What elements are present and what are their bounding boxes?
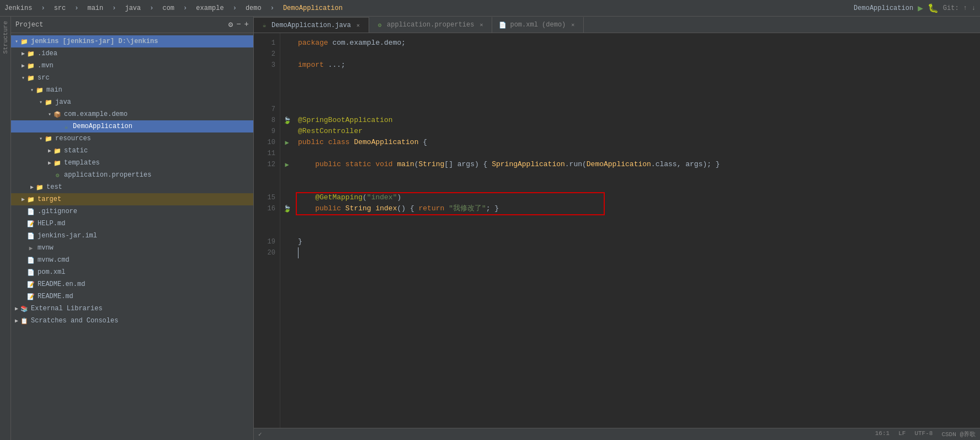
gutter-9 bbox=[280, 126, 294, 137]
sidebar-item-idea[interactable]: ▶ 📁 .idea bbox=[11, 47, 253, 60]
breadcrumb-demo[interactable]: demo bbox=[246, 4, 262, 12]
gutter-7 bbox=[280, 104, 294, 115]
sidebar-item-helpmd[interactable]: 📝 HELP.md bbox=[11, 218, 253, 230]
gutter-13 bbox=[280, 170, 294, 181]
tab-appprops-label: application.properties bbox=[387, 21, 474, 29]
mvnw-icon: ▶ bbox=[26, 243, 35, 252]
code-editor[interactable]: 1 2 3 7 8 9 10 11 12 15 16 19 20 bbox=[254, 33, 980, 428]
code-line-10: public class DemoApplication { bbox=[298, 137, 980, 148]
sidebar-settings-icon[interactable]: ⚙ bbox=[228, 20, 233, 29]
breadcrumb-com[interactable]: com bbox=[162, 4, 174, 12]
run-button[interactable]: ▶ bbox=[918, 3, 923, 14]
templates-label: templates bbox=[64, 159, 100, 167]
gutter-12-run[interactable]: ▶ bbox=[280, 159, 294, 170]
annotation-restcontroller: @RestController bbox=[298, 126, 363, 137]
extlibs-icon: 📚 bbox=[20, 304, 29, 313]
breadcrumb-example[interactable]: example bbox=[196, 4, 223, 12]
tab-appprops-close[interactable]: ✕ bbox=[477, 21, 485, 29]
tab-demoapplication[interactable]: ☕ DemoApplication.java ✕ bbox=[254, 17, 369, 33]
code-content[interactable]: package com.example.demo; import ...; @S… bbox=[294, 33, 980, 258]
appprops-label: application.properties bbox=[64, 171, 151, 179]
sidebar-item-pomxml[interactable]: 📄 pom.xml bbox=[11, 266, 253, 278]
sidebar-item-target[interactable]: ▶ 📁 target bbox=[11, 193, 253, 205]
sidebar-item-test[interactable]: ▶ 📁 test bbox=[11, 181, 253, 193]
project-tree: ▾ 📁 jenkins [jenkins-jar] D:\jenkins ▶ 📁… bbox=[11, 33, 253, 440]
sidebar-item-src[interactable]: ▾ 📁 src bbox=[11, 72, 253, 84]
sidebar-item-scratches[interactable]: ▶ 📋 Scratches and Consoles bbox=[11, 315, 253, 327]
code-line-11 bbox=[298, 148, 980, 159]
tab-demoapplication-close[interactable]: ✕ bbox=[354, 22, 362, 29]
plain-closing-brace: } bbox=[298, 236, 302, 247]
breadcrumb-src[interactable]: src bbox=[54, 4, 66, 12]
gutter-14 bbox=[280, 181, 294, 192]
git-push-button[interactable]: ↑ bbox=[963, 4, 967, 12]
sidebar-item-application-properties[interactable]: ⚙ application.properties bbox=[11, 169, 253, 181]
breadcrumb-jenkins[interactable]: Jenkins bbox=[4, 4, 32, 12]
sidebar-item-package[interactable]: ▾ 📦 com.example.demo bbox=[11, 108, 253, 120]
package-arrow: ▾ bbox=[46, 111, 53, 118]
tab-pomxml[interactable]: 📄 pom.xml (demo) ✕ bbox=[492, 17, 584, 33]
sidebar-item-mvn[interactable]: ▶ 📁 .mvn bbox=[11, 60, 253, 72]
sidebar-item-readmemd[interactable]: 📝 README.md bbox=[11, 290, 253, 303]
classname-string-2: String bbox=[345, 203, 371, 214]
sidebar-item-mvnwcmd[interactable]: 📄 mvnw.cmd bbox=[11, 254, 253, 266]
string-index: "index" bbox=[367, 192, 397, 203]
structure-label[interactable]: Structure bbox=[2, 21, 9, 54]
structure-panel: Structure bbox=[0, 17, 11, 440]
resources-folder-icon: 📁 bbox=[44, 134, 53, 143]
main-arrow: ▾ bbox=[29, 87, 35, 93]
gutter-16-bean[interactable]: 🍃 bbox=[280, 203, 294, 214]
tree-root[interactable]: ▾ 📁 jenkins [jenkins-jar] D:\jenkins bbox=[11, 35, 253, 47]
sidebar-item-main[interactable]: ▾ 📁 main bbox=[11, 84, 253, 96]
sidebar-item-mvnw[interactable]: ▶ mvnw bbox=[11, 242, 253, 254]
debug-button[interactable]: 🐛 bbox=[928, 3, 939, 14]
package-icon: 📦 bbox=[53, 110, 62, 119]
sidebar-item-iml[interactable]: 📄 jenkins-jar.iml bbox=[11, 230, 253, 242]
target-label: target bbox=[38, 195, 61, 203]
git-pull-button[interactable]: ↓ bbox=[972, 4, 976, 12]
classname-demoapplication-2: DemoApplication bbox=[587, 159, 651, 170]
sidebar-item-readmeenmd[interactable]: 📝 README.en.md bbox=[11, 278, 253, 290]
sidebar-item-static[interactable]: ▶ 📁 static bbox=[11, 145, 253, 157]
tab-appprops[interactable]: ⚙ application.properties ✕ bbox=[369, 17, 492, 33]
sidebar-item-templates[interactable]: ▶ 📁 templates bbox=[11, 157, 253, 169]
extlibs-arrow: ▶ bbox=[13, 305, 20, 312]
sidebar-item-java[interactable]: ▾ 📁 java bbox=[11, 96, 253, 108]
breadcrumb-java[interactable]: java bbox=[125, 4, 141, 12]
kw-public-2: public bbox=[315, 159, 341, 170]
tab-demoapplication-label: DemoApplication.java bbox=[271, 22, 351, 29]
tab-appprops-icon: ⚙ bbox=[376, 21, 384, 29]
root-folder-icon: 📁 bbox=[20, 37, 29, 46]
code-line-2 bbox=[298, 49, 980, 60]
sidebar-collapse-icon[interactable]: − bbox=[236, 20, 241, 29]
static-label: static bbox=[64, 147, 88, 155]
plain-package: com.example.demo; bbox=[328, 38, 406, 49]
code-content-wrapper[interactable]: package com.example.demo; import ...; @S… bbox=[294, 33, 980, 428]
static-folder-icon: 📁 bbox=[53, 146, 62, 155]
code-line-19: } bbox=[298, 236, 980, 247]
java-folder-icon: 📁 bbox=[44, 98, 53, 107]
sidebar-expand-icon[interactable]: + bbox=[244, 20, 249, 29]
kw-package: package bbox=[298, 38, 328, 49]
gutter-8-bean[interactable]: 🍃 bbox=[280, 115, 294, 126]
classname-demoapplication: DemoApplication bbox=[354, 137, 418, 148]
java-arrow: ▾ bbox=[38, 99, 44, 105]
breadcrumb-main[interactable]: main bbox=[87, 4, 103, 12]
demoapplication-label: DemoApplication bbox=[73, 123, 132, 130]
plain-import: ...; bbox=[324, 60, 345, 71]
sidebar-item-resources[interactable]: ▾ 📁 resources bbox=[11, 132, 253, 145]
code-line-17 bbox=[298, 214, 980, 225]
sidebar-item-demoapplication[interactable]: ☕ DemoApplication bbox=[11, 120, 253, 132]
breadcrumb-demoapplication[interactable]: DemoApplication bbox=[283, 4, 343, 12]
sidebar-item-gitignore[interactable]: 📄 .gitignore bbox=[11, 205, 253, 218]
gutter-4 bbox=[280, 71, 294, 82]
gutter-11 bbox=[280, 148, 294, 159]
tab-pomxml-close[interactable]: ✕ bbox=[569, 21, 577, 29]
gutter-5 bbox=[280, 82, 294, 93]
gutter-10-run[interactable]: ▶ bbox=[280, 137, 294, 148]
gutter: 🍃 ▶ ▶ 🍃 bbox=[280, 33, 294, 428]
root-label: jenkins [jenkins-jar] D:\jenkins bbox=[31, 38, 158, 45]
target-arrow: ▶ bbox=[20, 196, 26, 203]
method-main: main bbox=[397, 159, 414, 170]
sidebar-item-external-libraries[interactable]: ▶ 📚 External Libraries bbox=[11, 303, 253, 315]
